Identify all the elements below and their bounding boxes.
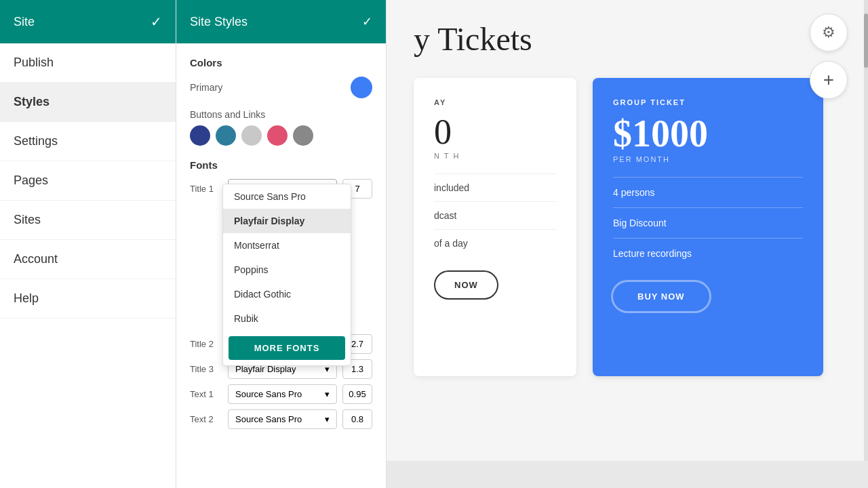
group-ticket-price: $1000 <box>613 115 803 152</box>
font-row-text2: Text 2 Source Sans Pro ▾ <box>190 409 372 429</box>
page-content: y Tickets AY 0 N T H included dcast of a… <box>387 0 868 396</box>
font-dropdown: Source Sans Pro Playfair Display Montser… <box>222 184 351 366</box>
sidebar-item-publish[interactable]: Publish <box>0 43 176 83</box>
sidebar-item-account[interactable]: Account <box>0 240 176 279</box>
fonts-section-title: Fonts <box>190 159 372 171</box>
left-card-tag: AY <box>434 98 556 106</box>
scroll-thumb[interactable] <box>864 14 868 68</box>
sidebar-item-pages[interactable]: Pages <box>0 161 176 201</box>
styles-panel-header: Site Styles ✓ <box>176 0 386 43</box>
font-option-montserrat[interactable]: Montserrat <box>223 233 351 258</box>
swatch-gray[interactable] <box>293 125 313 146</box>
font-option-playfair-display[interactable]: Playfair Display <box>223 209 351 233</box>
left-feature-1: included <box>434 174 556 201</box>
left-card-price: 0 <box>434 112 556 152</box>
font-option-poppins[interactable]: Poppins <box>223 258 351 282</box>
font-size-text2[interactable] <box>342 409 372 429</box>
font-option-didact-gothic[interactable]: Didact Gothic <box>223 282 351 306</box>
left-card-price-value: 0 <box>434 113 452 151</box>
sidebar-item-help[interactable]: Help <box>0 279 176 319</box>
left-card-per-month: N T H <box>434 152 556 160</box>
font-select-text1-value: Source Sans Pro <box>235 389 302 399</box>
styles-check-icon[interactable]: ✓ <box>362 14 372 29</box>
primary-color-swatch[interactable] <box>351 77 372 98</box>
group-ticket-tag: GROUP TICKET <box>613 98 803 106</box>
main-content: y Tickets AY 0 N T H included dcast of a… <box>387 0 868 488</box>
more-fonts-button[interactable]: MORE FONTS <box>229 336 345 360</box>
font-select-text2[interactable]: Source Sans Pro ▾ <box>228 409 337 429</box>
font-row-title2-label: Title 2 <box>190 339 222 349</box>
swatch-light-gray[interactable] <box>241 125 262 146</box>
group-feature-2: Big Discount <box>613 207 803 238</box>
left-buy-button[interactable]: NOW <box>434 270 498 300</box>
color-swatches <box>190 125 372 146</box>
font-select-text2-arrow: ▾ <box>325 414 330 424</box>
ticket-card-right: GROUP TICKET $1000 PER MONTH 4 persons B… <box>593 78 823 376</box>
group-feature-1: 4 persons <box>613 177 803 207</box>
font-row-title1-label: Title 1 <box>190 184 222 194</box>
buttons-links-label: Buttons and Links <box>190 109 372 120</box>
tickets-area: AY 0 N T H included dcast of a day NOW G… <box>414 78 841 376</box>
font-option-source-sans-pro[interactable]: Source Sans Pro <box>223 184 351 209</box>
left-feature-3: of a day <box>434 229 556 257</box>
font-size-text1[interactable] <box>342 384 372 404</box>
group-ticket-features: 4 persons Big Discount Lecture recording… <box>613 177 803 268</box>
font-row-title3-label: Title 3 <box>190 364 222 374</box>
ticket-card-left: AY 0 N T H included dcast of a day NOW <box>414 78 576 376</box>
font-row-text1: Text 1 Source Sans Pro ▾ <box>190 384 372 404</box>
group-buy-button[interactable]: BUY NOW <box>613 282 709 311</box>
font-select-text1[interactable]: Source Sans Pro ▾ <box>228 384 337 404</box>
site-check-icon[interactable]: ✓ <box>151 14 162 30</box>
swatch-pink[interactable] <box>267 125 288 146</box>
plus-icon: + <box>823 69 834 91</box>
site-label: Site <box>14 15 35 29</box>
gear-icon: ⚙ <box>822 24 835 41</box>
gear-fab-button[interactable]: ⚙ <box>810 14 848 52</box>
group-ticket-per-month: PER MONTH <box>613 155 803 163</box>
left-card-features: included dcast of a day <box>434 174 556 257</box>
page-title: y Tickets <box>414 20 841 58</box>
sidebar: Site ✓ Publish Styles Settings Pages Sit… <box>0 0 176 488</box>
styles-panel: Site Styles ✓ Colors Primary Buttons and… <box>176 0 387 488</box>
styles-panel-title: Site Styles <box>190 15 248 29</box>
primary-label: Primary <box>190 82 222 93</box>
sidebar-item-styles[interactable]: Styles <box>0 83 176 122</box>
sidebar-nav: Publish Styles Settings Pages Sites Acco… <box>0 43 176 488</box>
left-feature-2: dcast <box>434 201 556 229</box>
bottom-strip <box>387 461 868 488</box>
fonts-section: Fonts Title 1 Playfair Display ▾ Source … <box>190 159 372 429</box>
font-select-text1-arrow: ▾ <box>325 389 330 399</box>
sidebar-item-sites[interactable]: Sites <box>0 201 176 240</box>
font-select-text2-value: Source Sans Pro <box>235 414 302 424</box>
font-row-text1-label: Text 1 <box>190 389 222 399</box>
sidebar-header: Site ✓ <box>0 0 176 43</box>
font-option-rubik[interactable]: Rubik <box>223 306 351 331</box>
primary-color-row: Primary <box>190 77 372 98</box>
plus-fab-button[interactable]: + <box>810 61 848 99</box>
sidebar-item-settings[interactable]: Settings <box>0 122 176 161</box>
styles-content: Colors Primary Buttons and Links Fonts T… <box>176 43 386 488</box>
group-feature-3: Lecture recordings <box>613 238 803 268</box>
font-row-text2-label: Text 2 <box>190 414 222 424</box>
swatch-teal[interactable] <box>216 125 236 146</box>
swatch-dark-blue[interactable] <box>190 125 210 146</box>
scrollbar[interactable] <box>864 0 868 488</box>
colors-section-title: Colors <box>190 57 372 68</box>
